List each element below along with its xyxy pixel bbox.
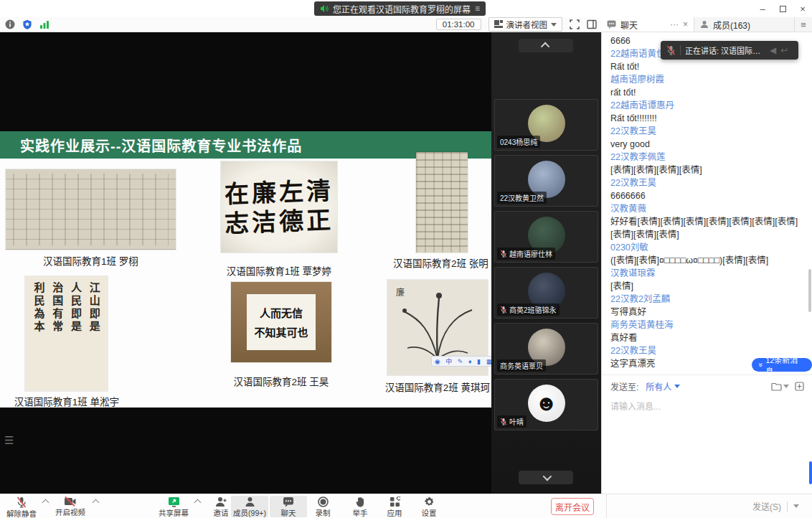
- file-folder-button[interactable]: [771, 382, 789, 391]
- record-icon: [318, 496, 329, 507]
- speaker-icon: [320, 4, 329, 13]
- annotation-list-icon[interactable]: ☰: [4, 434, 14, 447]
- watching-banner[interactable]: 您正在观看汉语国际教育罗栩的屏幕 ≡: [314, 1, 486, 16]
- mic-muted-icon: [666, 45, 676, 55]
- close-button[interactable]: ×: [798, 4, 808, 14]
- caption-luoxu: 汉语国际教育1班 罗栩: [6, 253, 176, 268]
- meeting-info-icon[interactable]: [4, 19, 15, 30]
- ime-logo-icon[interactable]: ◉: [435, 358, 440, 365]
- ime-grid-icon[interactable]: ▦: [486, 358, 491, 365]
- chat-button[interactable]: 聊天: [270, 496, 307, 517]
- apps-button[interactable]: 应用: [376, 496, 413, 517]
- ime-symbol-icon[interactable]: ♦: [468, 358, 472, 365]
- video-tile[interactable]: 商英2班骆锦永: [494, 267, 598, 319]
- tab-members[interactable]: 成员(163): [694, 17, 795, 32]
- chevron-down-icon[interactable]: [793, 504, 799, 508]
- video-tile[interactable]: ☻叶晴: [494, 379, 598, 430]
- send-to-label: 发送至:: [610, 380, 638, 392]
- unmute-button[interactable]: 解除静音: [3, 496, 40, 517]
- ime-chinese-mode-icon[interactable]: 中: [445, 357, 452, 366]
- screenshot-button[interactable]: [795, 382, 804, 391]
- raise-hand-label: 举手: [353, 507, 368, 518]
- minimize-button[interactable]: –: [757, 4, 768, 14]
- participant-name-tag: 越南语廖仕林: [497, 248, 555, 260]
- chat-message-text: 6666666: [610, 189, 806, 202]
- send-to-selector[interactable]: 所有人: [646, 380, 680, 392]
- panel-header: 聊天 ··· × 成员(163) ≡: [601, 17, 812, 32]
- security-shield-icon[interactable]: [22, 19, 32, 30]
- video-tile[interactable]: 越南语廖仕林: [494, 211, 598, 263]
- view-mode-button[interactable]: 演讲者视图: [488, 17, 563, 32]
- chat-message-text: rất tốt!: [610, 86, 806, 99]
- divider: [606, 494, 607, 518]
- share-screen-label: 共享屏幕: [159, 507, 189, 518]
- members-button[interactable]: 成员(99+): [231, 496, 268, 517]
- banner-list-icon[interactable]: ≡: [475, 4, 480, 14]
- calligraphy-photo-luoxu: [6, 169, 176, 250]
- apps-label: 应用: [387, 507, 402, 518]
- chat-close-button[interactable]: ×: [683, 19, 688, 29]
- tab-chat[interactable]: 聊天 ··· ×: [601, 17, 694, 32]
- mic-muted-icon: [500, 306, 507, 314]
- ime-toolbar[interactable]: ◉ 中 ✎ ♦ ▮ ▦: [431, 356, 491, 367]
- video-options-chevron[interactable]: [93, 499, 100, 507]
- calligraphy-text: 不知其可也: [254, 324, 308, 339]
- participant-name: 商英2班骆锦永: [509, 304, 557, 315]
- calligraphy-text: 治国有常: [49, 282, 65, 385]
- maximize-button[interactable]: [778, 4, 788, 14]
- participant-name-tag: 商英2班骆锦永: [497, 303, 560, 316]
- chat-panel: 666622越南语黄佳茵Rất tốt!越南语廖树霞rất tốt!22越南语谭…: [601, 32, 812, 494]
- layout-icon: [494, 20, 503, 29]
- share-screen-button[interactable]: 共享屏幕: [155, 496, 192, 517]
- record-button[interactable]: 录制: [304, 496, 341, 517]
- settings-button[interactable]: 设置: [410, 496, 448, 517]
- watching-banner-text: 您正在观看汉语国际教育罗栩的屏幕: [333, 3, 471, 15]
- view-mode-label: 演讲者视图: [506, 19, 548, 30]
- new-messages-pill[interactable]: » 12条新消息: [752, 358, 812, 372]
- chat-scrollbar-thumb[interactable]: [808, 269, 811, 312]
- chat-footer: 发送至: 所有人 请输入消息...: [602, 375, 812, 412]
- record-label: 录制: [316, 507, 331, 518]
- chat-scrollbar-thumb-active[interactable]: [809, 461, 812, 484]
- chat-input[interactable]: 请输入消息...: [610, 400, 804, 412]
- calligraphy-text: 江山即是: [87, 282, 102, 385]
- caption-wanghao: 汉语国际教育2班 王昊: [222, 374, 340, 388]
- raise-hand-button[interactable]: 举手: [341, 496, 379, 517]
- start-video-button[interactable]: 开启视频: [52, 496, 89, 517]
- participant-name: 商务英语覃贝: [500, 360, 543, 371]
- toast-volume-icon[interactable]: ◀: [770, 45, 776, 55]
- participant-name: 叶晴: [509, 416, 524, 427]
- strip-scroll-down-button[interactable]: [519, 471, 573, 484]
- side-panel-toggle[interactable]: [587, 19, 597, 29]
- chat-sender-name: 汉教黄薇: [610, 202, 806, 215]
- mic-options-chevron[interactable]: [42, 499, 49, 507]
- leave-meeting-button[interactable]: 离开会议: [551, 498, 594, 515]
- toast-reply-icon[interactable]: ↩: [780, 45, 788, 55]
- chat-message-text: Rất tốt!!!!!!!!: [610, 112, 806, 125]
- network-signal-icon[interactable]: [39, 19, 49, 30]
- video-tile[interactable]: 22汉教黄卫然: [494, 155, 598, 207]
- chat-message-list[interactable]: 666622越南语黄佳茵Rất tốt!越南语廖树霞rất tốt!22越南语谭…: [610, 34, 806, 373]
- send-label: 发送(S): [752, 500, 781, 512]
- tab-chat-label: 聊天: [620, 19, 638, 31]
- ime-pen-icon[interactable]: ✎: [458, 358, 463, 365]
- panel-menu-button[interactable]: ≡: [795, 17, 812, 32]
- video-tile[interactable]: 0243杨思纯: [494, 99, 598, 151]
- chat-sender-name: 汉教谌琅霖: [610, 267, 806, 280]
- video-tile[interactable]: 商务英语覃贝: [494, 323, 598, 375]
- share-options-chevron[interactable]: [194, 499, 202, 507]
- chat-bubble-icon: [283, 496, 294, 507]
- mic-muted-icon: [500, 418, 507, 425]
- send-message-button[interactable]: 发送(S): [752, 500, 799, 512]
- strip-scroll-up-button[interactable]: [519, 39, 573, 52]
- chat-message-text: [表情]: [610, 280, 806, 293]
- chevron-down-icon: [551, 23, 557, 27]
- invite-label: 邀请: [214, 507, 229, 518]
- ime-mic-icon[interactable]: ▮: [477, 358, 481, 365]
- camera-off-icon: [64, 496, 77, 507]
- participant-name: 0243杨思纯: [500, 136, 537, 147]
- fullscreen-button[interactable]: [570, 19, 580, 29]
- chat-more-button[interactable]: ···: [670, 19, 679, 29]
- person-icon: [245, 496, 255, 507]
- tab-members-label: 成员(163): [713, 19, 750, 31]
